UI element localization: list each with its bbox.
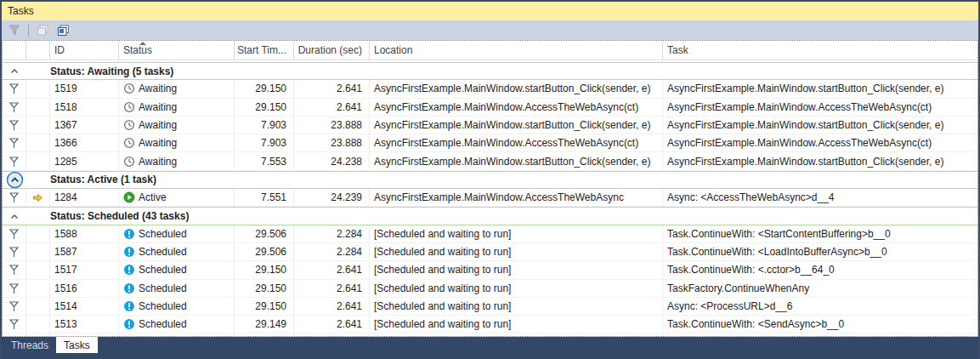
- flag-icon[interactable]: [8, 191, 20, 203]
- task-status-label: Awaiting: [139, 83, 177, 94]
- play-circle-icon: [123, 191, 135, 203]
- task-duration-cell: 2.284: [294, 225, 370, 242]
- flag-icon[interactable]: [8, 137, 20, 149]
- column-header-id[interactable]: ID: [50, 41, 119, 60]
- column-header-duration[interactable]: Duration (sec): [294, 41, 370, 60]
- task-start-time-cell: 29.150: [235, 280, 294, 297]
- task-task-cell: AsyncFirstExample.MainWindow.AccessTheWe…: [663, 99, 977, 116]
- flag-icon[interactable]: [8, 119, 20, 131]
- column-header-current[interactable]: [26, 41, 50, 60]
- task-row-1587[interactable]: 1587Scheduled29.5062.284[Scheduled and w…: [3, 243, 977, 261]
- task-status-cell: Awaiting: [119, 152, 235, 169]
- task-row-1367[interactable]: 1367Awaiting7.90323.888AsyncFirstExample…: [3, 117, 977, 134]
- task-row-1366[interactable]: 1366Awaiting7.90323.888AsyncFirstExample…: [3, 134, 977, 152]
- current-task-arrow-icon: [32, 192, 43, 203]
- task-task-cell: TaskFactory.ContinueWhenAny: [663, 280, 977, 297]
- task-task-cell: Task.ContinueWith: <SendAsync>b__0: [663, 316, 977, 333]
- group-collapse-control[interactable]: [3, 67, 26, 75]
- current-task-cell: [26, 316, 50, 333]
- task-task-cell: Async: <AccessTheWebAsync>d__4: [663, 189, 977, 206]
- task-status-cell: Scheduled: [119, 225, 235, 242]
- flag-icon[interactable]: [8, 156, 20, 168]
- column-header-location[interactable]: Location: [370, 41, 663, 60]
- column-header-label: Location: [374, 44, 412, 56]
- circled-chevron-up-icon: [6, 171, 24, 189]
- flag-icon[interactable]: [8, 228, 20, 240]
- task-task-cell: AsyncFirstExample.MainWindow.startButton…: [663, 152, 977, 169]
- task-duration-cell: 23.888: [294, 117, 370, 134]
- column-header-flag[interactable]: [3, 41, 26, 60]
- column-header-status[interactable]: Status: [119, 41, 235, 60]
- task-row-1285[interactable]: 1285Awaiting7.55324.238AsyncFirstExample…: [3, 152, 977, 170]
- task-location-cell: AsyncFirstExample.MainWindow.AccessTheWe…: [370, 134, 663, 151]
- current-task-cell: [26, 225, 50, 242]
- stacked-panels-icon: [57, 25, 70, 37]
- exclamation-circle-icon: [123, 282, 135, 294]
- task-row-1518[interactable]: 1518Awaiting29.1502.641AsyncFirstExample…: [3, 99, 977, 117]
- task-id-cell: 1517: [50, 261, 119, 278]
- task-id-cell: 1516: [50, 280, 119, 297]
- task-location-cell: [Scheduled and waiting to run]: [370, 261, 663, 278]
- task-status-label: Awaiting: [139, 137, 177, 149]
- task-id-cell: 1519: [50, 80, 119, 97]
- task-start-time-cell: 29.506: [235, 243, 294, 260]
- task-location-cell: [Scheduled and waiting to run]: [370, 280, 663, 297]
- collapse-groups-button[interactable]: [33, 22, 52, 39]
- task-row-1588[interactable]: 1588Scheduled29.5062.284[Scheduled and w…: [3, 225, 977, 243]
- task-start-time-cell: 7.903: [235, 134, 294, 151]
- group-header-row[interactable]: Status: Active (1 task): [3, 171, 977, 189]
- task-id-cell: 1513: [50, 316, 119, 333]
- flag-icon[interactable]: [8, 318, 20, 330]
- task-row-1516[interactable]: 1516Scheduled29.1502.641[Scheduled and w…: [3, 280, 977, 298]
- task-status-label: Awaiting: [139, 156, 177, 168]
- group-header-label: Status: Active (1 task): [50, 174, 156, 185]
- group-header-row[interactable]: Status: Scheduled (43 tasks): [3, 207, 977, 225]
- group-header-row[interactable]: Status: Awaiting (5 tasks): [3, 62, 977, 80]
- task-row-1513[interactable]: 1513Scheduled29.1492.641[Scheduled and w…: [3, 316, 977, 333]
- task-start-time-cell: 29.150: [235, 99, 294, 116]
- column-header-label: Task: [667, 44, 688, 56]
- task-id-cell: 1284: [50, 189, 119, 206]
- exclamation-circle-icon: [123, 246, 135, 258]
- column-header-task[interactable]: Task: [663, 41, 977, 60]
- flag-icon[interactable]: [8, 264, 20, 276]
- task-row-1517[interactable]: 1517Scheduled29.1502.641[Scheduled and w…: [3, 261, 977, 279]
- tab-tasks[interactable]: Tasks: [56, 337, 98, 353]
- tab-threads[interactable]: Threads: [3, 337, 56, 353]
- flag-icon[interactable]: [8, 83, 20, 94]
- expand-groups-button[interactable]: [54, 22, 72, 39]
- flag-icon[interactable]: [8, 246, 20, 258]
- task-row-1519[interactable]: 1519Awaiting29.1502.641AsyncFirstExample…: [3, 80, 977, 98]
- task-flag-cell: [3, 243, 26, 260]
- group-collapse-control[interactable]: [3, 213, 26, 220]
- current-task-cell: [26, 134, 50, 151]
- clock-icon: [123, 101, 135, 113]
- chevron-up-icon: [9, 67, 20, 75]
- task-status-cell: Active: [119, 189, 235, 206]
- current-task-cell: [26, 80, 50, 97]
- task-start-time-cell: 29.150: [235, 298, 294, 315]
- flag-icon[interactable]: [8, 101, 20, 113]
- task-status-label: Scheduled: [139, 318, 187, 330]
- task-flag-cell: [3, 134, 26, 151]
- filter-icon: [8, 25, 20, 36]
- task-status-label: Awaiting: [139, 101, 177, 113]
- group-collapse-control[interactable]: [3, 171, 26, 189]
- task-row-1514[interactable]: 1514Scheduled29.1502.641[Scheduled and w…: [3, 298, 977, 316]
- grid-body: Status: Awaiting (5 tasks)1519Awaiting29…: [3, 62, 977, 337]
- column-header-start[interactable]: Start Tim...: [235, 41, 294, 60]
- task-flag-cell: [3, 99, 26, 116]
- task-start-time-cell: 7.551: [235, 189, 294, 206]
- window-titlebar[interactable]: Tasks: [2, 2, 978, 20]
- task-id-cell: 1367: [50, 117, 119, 134]
- sort-ascending-icon: [139, 42, 146, 45]
- current-task-cell: [26, 99, 50, 116]
- task-status-cell: Awaiting: [119, 80, 235, 97]
- task-row-1284[interactable]: 1284Active7.55124.239AsyncFirstExample.M…: [3, 189, 977, 207]
- task-task-cell: AsyncFirstExample.MainWindow.startButton…: [663, 117, 977, 134]
- filter-tasks-button[interactable]: [5, 22, 24, 39]
- task-flag-cell: [3, 189, 26, 206]
- flag-icon[interactable]: [8, 282, 20, 294]
- column-header-label: Status: [123, 44, 152, 56]
- flag-icon[interactable]: [8, 300, 20, 312]
